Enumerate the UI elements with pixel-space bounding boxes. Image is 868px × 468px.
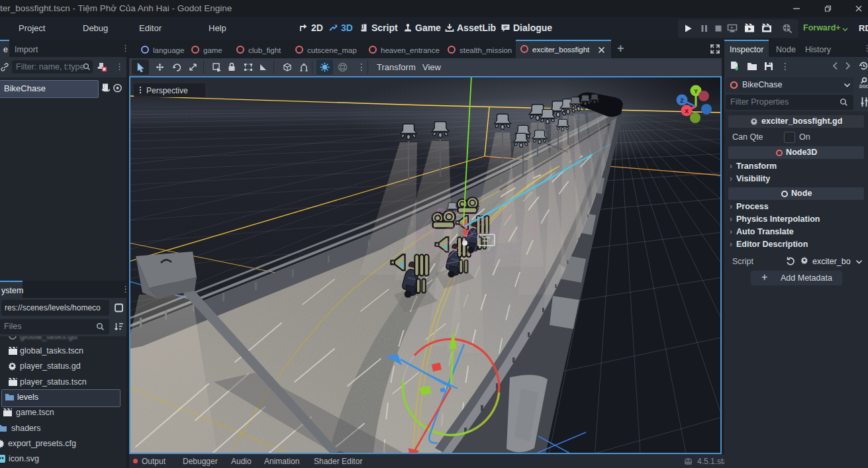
svg-text:Perspective: Perspective <box>146 86 188 95</box>
svg-text:X: X <box>685 108 689 115</box>
svg-text:Y: Y <box>694 88 698 95</box>
svg-text:DOC: DOC <box>859 84 868 89</box>
svg-text:Z: Z <box>680 97 684 104</box>
